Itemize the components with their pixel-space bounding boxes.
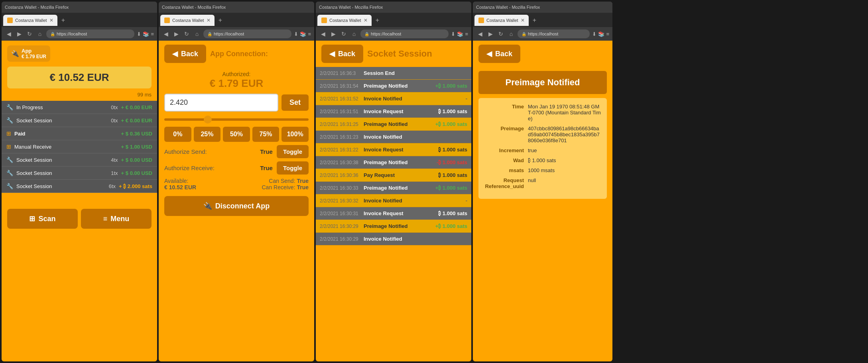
table-row[interactable]: 2/2/2021 16:31:52 Invoice Notified - <box>316 92 471 105</box>
pct-0-button[interactable]: 0% <box>164 127 191 142</box>
back-button-2[interactable]: ◀ Back <box>164 45 206 63</box>
bookmarks-icon-1[interactable]: 📚 <box>143 31 149 37</box>
reload-nav-4[interactable]: ↻ <box>497 31 505 37</box>
balance-box: € 10.52 EUR <box>7 67 152 88</box>
back-nav-3[interactable]: ◀ <box>319 31 327 37</box>
percent-buttons: 0% 25% 50% 75% 100% <box>164 127 309 142</box>
browser-tab-1[interactable]: Costanza Wallet ✕ <box>3 15 57 26</box>
list-item[interactable]: 🔧Socket Session4tx+ $ 0.00 USD <box>2 153 157 167</box>
app-badge[interactable]: 🔌 App € 1.79 EUR <box>7 45 50 62</box>
list-item[interactable]: ⊞Paid+ $ 0.36 USD <box>2 127 157 140</box>
new-tab-btn-4[interactable]: + <box>530 16 539 25</box>
pct-25-button[interactable]: 25% <box>194 127 221 142</box>
table-row[interactable]: 2/2/2021 16:30:33 Preimage Notified +₿ 1… <box>316 182 471 194</box>
app-conn-header: ◀ Back App Connection: <box>159 41 314 67</box>
browser-tab-3[interactable]: Costanza Wallet ✕ <box>317 15 372 26</box>
url-box-4[interactable]: 🔒 https://localhost <box>518 29 590 38</box>
table-row[interactable]: 2/2/2021 16:30:38 Preimage Notified -₿ 1… <box>316 156 471 169</box>
tab-close-4[interactable]: ✕ <box>521 18 525 23</box>
session-amount: - <box>466 236 467 242</box>
set-button[interactable]: Set <box>281 94 309 111</box>
tab-close-1[interactable]: ✕ <box>49 18 53 23</box>
menu-button[interactable]: ≡ Menu <box>81 209 152 229</box>
list-item[interactable]: 🔧Socket Session1tx+ $ 0.00 USD <box>2 167 157 180</box>
table-row[interactable]: 2/2/2021 16:31:22 Invoice Request ₿ 1.00… <box>316 143 471 156</box>
session-amount: ₿ 1.000 sats <box>438 172 467 178</box>
table-row[interactable]: 2/2/2021 16:30:29 Preimage Notified +₿ 1… <box>316 220 471 233</box>
menu-icon-4[interactable]: ≡ <box>606 31 609 37</box>
table-row[interactable]: 2/2/2021 16:36:3 Session End - <box>316 67 471 80</box>
list-item[interactable]: 🔧Socket Session6tx+ ₿ 2.000 sats <box>2 180 157 193</box>
back-nav-2[interactable]: ◀ <box>162 31 170 37</box>
preimage-back-row: ◀ Back <box>473 41 612 67</box>
url-box-1[interactable]: 🔒 https://localhost <box>46 29 134 38</box>
table-row[interactable]: 2/2/2021 16:30:29 Invoice Notified - <box>316 233 471 245</box>
bookmarks-icon-3[interactable]: 📚 <box>457 31 463 37</box>
session-amount: +₿ 1.000 sats <box>435 121 467 127</box>
pct-100-button[interactable]: 100% <box>281 127 309 142</box>
session-time: 2/2/2021 16:31:23 <box>320 134 364 140</box>
slider-thumb[interactable] <box>204 116 212 124</box>
auth-receive-toggle[interactable]: Toggle <box>277 161 309 175</box>
home-nav-3[interactable]: ⌂ <box>350 31 358 37</box>
reload-nav-2[interactable]: ↻ <box>183 31 191 37</box>
table-row[interactable]: 2/2/2021 16:31:51 Invoice Request ₿ 1.00… <box>316 105 471 118</box>
slider-container[interactable] <box>164 116 309 124</box>
auth-send-toggle[interactable]: Toggle <box>277 145 309 158</box>
authorize-send-row: Authorize Send: True Toggle <box>164 145 309 158</box>
new-tab-btn-1[interactable]: + <box>59 16 67 25</box>
browser-tab-2[interactable]: Costanza Wallet ✕ <box>160 15 215 26</box>
table-row[interactable]: 2/2/2021 16:31:54 Preimage Notified +₿ 1… <box>316 80 471 92</box>
back-arrow-2: ◀ <box>172 49 178 58</box>
new-tab-btn-3[interactable]: + <box>373 16 382 25</box>
new-tab-btn-2[interactable]: + <box>216 16 224 25</box>
reload-nav-3[interactable]: ↻ <box>340 31 348 37</box>
home-nav-2[interactable]: ⌂ <box>193 31 201 37</box>
table-row[interactable]: 2/2/2021 16:30:36 Pay Request ₿ 1.000 sa… <box>316 169 471 182</box>
download-icon-3[interactable]: ⬇ <box>451 31 455 37</box>
amount-input[interactable] <box>164 94 278 112</box>
reload-nav-1[interactable]: ↻ <box>26 31 33 37</box>
back-nav-1[interactable]: ◀ <box>5 31 13 37</box>
list-item[interactable]: ⊞Manual Receive+ $ 1.00 USD <box>2 140 157 153</box>
download-icon-1[interactable]: ⬇ <box>137 31 141 37</box>
url-box-3[interactable]: 🔒 https://localhost <box>360 29 449 38</box>
forward-nav-4[interactable]: ▶ <box>486 31 494 37</box>
back-nav-4[interactable]: ◀ <box>476 31 484 37</box>
bookmarks-icon-4[interactable]: 📚 <box>598 31 604 37</box>
menu-icon-2[interactable]: ≡ <box>308 31 311 37</box>
back-button-4[interactable]: ◀ Back <box>478 45 520 63</box>
forward-nav-3[interactable]: ▶ <box>329 31 337 37</box>
forward-nav-2[interactable]: ▶ <box>172 31 180 37</box>
table-row[interactable]: 2/2/2021 16:30:31 Invoice Request ₿ 1.00… <box>316 207 471 220</box>
menu-icon-1[interactable]: ≡ <box>151 31 154 37</box>
slider-track <box>164 118 309 121</box>
session-amount: -₿ 1.000 sats <box>437 159 467 165</box>
list-item[interactable]: 🔧In Progress0tx+ € 0.00 EUR <box>2 101 157 114</box>
menu-icon-3[interactable]: ≡ <box>465 31 468 37</box>
table-row[interactable]: 2/2/2021 16:31:25 Preimage Notified +₿ 1… <box>316 118 471 131</box>
forward-nav-1[interactable]: ▶ <box>15 31 23 37</box>
tab-close-2[interactable]: ✕ <box>207 18 211 23</box>
download-icon-2[interactable]: ⬇ <box>294 31 298 37</box>
table-row[interactable]: 2/2/2021 16:31:23 Invoice Notified - <box>316 131 471 143</box>
disconnect-button[interactable]: 🔌 Disconnect App <box>164 196 309 216</box>
auth-send-value: True <box>260 148 273 155</box>
back-button-3[interactable]: ◀ Back <box>321 45 363 63</box>
session-type: Pay Request <box>364 172 438 178</box>
browser-tab-4[interactable]: Costanza Wallet ✕ <box>474 15 529 26</box>
table-row[interactable]: 2/2/2021 16:30:32 Invoice Notified - <box>316 194 471 207</box>
bookmarks-icon-2[interactable]: 📚 <box>300 31 306 37</box>
url-box-2[interactable]: 🔒 https://localhost <box>203 29 291 38</box>
download-icon-4[interactable]: ⬇ <box>592 31 596 37</box>
home-nav-1[interactable]: ⌂ <box>36 31 44 37</box>
app-badge-amount: € 1.79 EUR <box>22 54 46 59</box>
pct-75-button[interactable]: 75% <box>252 127 279 142</box>
scan-label: Scan <box>38 215 55 223</box>
list-item[interactable]: 🔧Socket Session0tx+ € 0.00 EUR <box>2 114 157 127</box>
tab-bar-1: Costanza Wallet ✕ + <box>2 13 157 27</box>
scan-button[interactable]: ⊞ Scan <box>7 209 78 229</box>
tab-close-3[interactable]: ✕ <box>364 18 368 23</box>
home-nav-4[interactable]: ⌂ <box>507 31 515 37</box>
pct-50-button[interactable]: 50% <box>223 127 250 142</box>
